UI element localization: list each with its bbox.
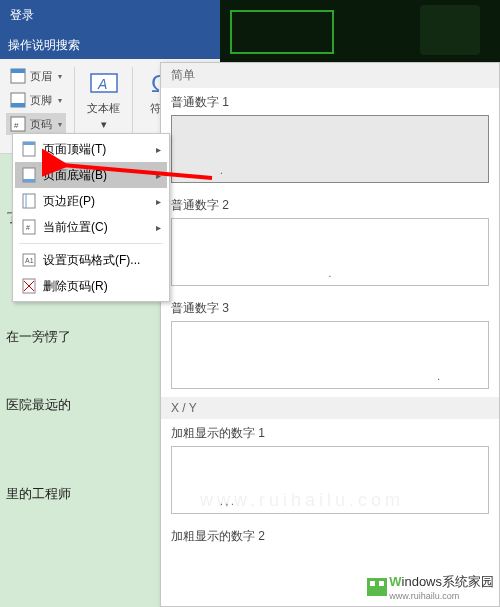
dropdown-arrow-icon: ▾ bbox=[58, 120, 62, 129]
remove-icon bbox=[21, 278, 37, 294]
background-image bbox=[220, 0, 500, 62]
page-bottom-icon bbox=[21, 167, 37, 183]
dropdown-arrow-icon: ▾ bbox=[58, 96, 62, 105]
gallery-item-label: 普通数字 1 bbox=[161, 88, 499, 113]
menu-item-bottom-of-page[interactable]: 页面底端(B) ▸ bbox=[15, 162, 167, 188]
gallery-section-xy: X / Y bbox=[161, 397, 499, 419]
submenu-arrow-icon: ▸ bbox=[156, 196, 161, 207]
gallery-item-label: 加粗显示的数字 1 bbox=[161, 419, 499, 444]
dropdown-arrow-icon: ▾ bbox=[101, 118, 107, 131]
svg-text:A1: A1 bbox=[25, 257, 34, 264]
gallery-item-label: 普通数字 2 bbox=[161, 191, 499, 216]
svg-rect-8 bbox=[11, 69, 25, 73]
gallery-item-plain-1[interactable]: . bbox=[171, 115, 489, 183]
svg-text:#: # bbox=[14, 121, 19, 130]
footer-button[interactable]: 页脚▾ bbox=[6, 89, 66, 111]
gallery-item-label: 加粗显示的数字 2 bbox=[161, 522, 499, 547]
tell-me-search[interactable]: 操作说明搜索 bbox=[8, 37, 80, 54]
header-button[interactable]: 页眉▾ bbox=[6, 65, 66, 87]
page-top-icon bbox=[21, 141, 37, 157]
menu-item-remove-page-numbers[interactable]: 删除页码(R) bbox=[15, 273, 167, 299]
gallery-item-label: 普通数字 3 bbox=[161, 294, 499, 319]
text-box-icon: A bbox=[88, 67, 120, 99]
svg-text:A: A bbox=[97, 76, 107, 92]
submenu-arrow-icon: ▸ bbox=[156, 170, 161, 181]
menu-item-current-position[interactable]: # 当前位置(C) ▸ bbox=[15, 214, 167, 240]
footer-icon bbox=[10, 92, 26, 108]
format-icon: A1 bbox=[21, 252, 37, 268]
svg-rect-17 bbox=[23, 142, 35, 145]
menu-item-page-margins[interactable]: 页边距(P) ▸ bbox=[15, 188, 167, 214]
page-margin-icon bbox=[21, 193, 37, 209]
submenu-arrow-icon: ▸ bbox=[156, 222, 161, 233]
menu-item-format-page-numbers[interactable]: A1 设置页码格式(F)... bbox=[15, 247, 167, 273]
current-position-icon: # bbox=[21, 219, 37, 235]
doc-text: 在一旁愣了 bbox=[6, 323, 154, 352]
gallery-item-plain-2[interactable]: . bbox=[171, 218, 489, 286]
doc-text: 医院最远的 bbox=[6, 391, 154, 420]
menu-item-top-of-page[interactable]: 页面顶端(T) ▸ bbox=[15, 136, 167, 162]
page-number-icon: # bbox=[10, 116, 26, 132]
svg-text:#: # bbox=[26, 224, 30, 231]
submenu-arrow-icon: ▸ bbox=[156, 144, 161, 155]
page-number-submenu: 页面顶端(T) ▸ 页面底端(B) ▸ 页边距(P) ▸ # 当前位置(C) ▸… bbox=[12, 133, 170, 302]
page-number-gallery: 简单 普通数字 1 . 普通数字 2 . 普通数字 3 . X / Y 加粗显示… bbox=[160, 62, 500, 607]
login-label[interactable]: 登录 bbox=[0, 7, 44, 24]
watermark-logo: Windows系统家园 www.ruihailu.com bbox=[367, 573, 494, 601]
svg-rect-10 bbox=[11, 103, 25, 107]
gallery-item-bold-1[interactable]: . , . bbox=[171, 446, 489, 514]
svg-rect-19 bbox=[23, 179, 35, 182]
windows-logo-icon bbox=[367, 578, 387, 596]
svg-rect-20 bbox=[23, 194, 35, 208]
gallery-section-simple: 简单 bbox=[161, 63, 499, 88]
header-icon bbox=[10, 68, 26, 84]
doc-text: 里的工程师 bbox=[6, 480, 154, 509]
menu-separator bbox=[19, 243, 163, 244]
gallery-item-plain-3[interactable]: . bbox=[171, 321, 489, 389]
page-number-button[interactable]: # 页码▾ bbox=[6, 113, 66, 135]
dropdown-arrow-icon: ▾ bbox=[58, 72, 62, 81]
